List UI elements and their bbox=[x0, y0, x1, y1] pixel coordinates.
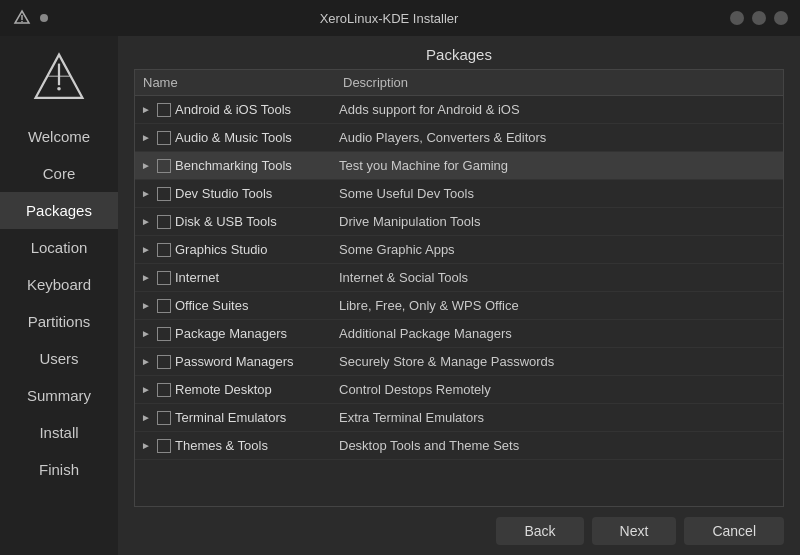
row-name-cell: ► Graphics Studio bbox=[139, 242, 339, 257]
table-row[interactable]: ► Graphics Studio Some Graphic Apps bbox=[135, 236, 783, 264]
svg-point-2 bbox=[21, 21, 23, 23]
row-label: Internet bbox=[175, 270, 219, 285]
titlebar-title: XeroLinux-KDE Installer bbox=[320, 11, 459, 26]
sidebar-item-install[interactable]: Install bbox=[0, 414, 118, 451]
sidebar-item-packages[interactable]: Packages bbox=[0, 192, 118, 229]
row-description: Some Useful Dev Tools bbox=[339, 186, 779, 201]
maximize-button[interactable] bbox=[752, 11, 766, 25]
row-checkbox[interactable] bbox=[157, 355, 171, 369]
row-checkbox[interactable] bbox=[157, 271, 171, 285]
row-checkbox[interactable] bbox=[157, 299, 171, 313]
table-row[interactable]: ► Benchmarking Tools Test you Machine fo… bbox=[135, 152, 783, 180]
row-description: Test you Machine for Gaming bbox=[339, 158, 779, 173]
sidebar-item-keyboard[interactable]: Keyboard bbox=[0, 266, 118, 303]
row-checkbox[interactable] bbox=[157, 243, 171, 257]
sidebar-item-users[interactable]: Users bbox=[0, 340, 118, 377]
row-label: Terminal Emulators bbox=[175, 410, 286, 425]
row-label: Package Managers bbox=[175, 326, 287, 341]
app-icon bbox=[12, 8, 32, 28]
table-row[interactable]: ► Remote Desktop Control Destops Remotel… bbox=[135, 376, 783, 404]
expand-arrow-icon[interactable]: ► bbox=[139, 383, 153, 397]
sidebar-logo bbox=[29, 48, 89, 108]
table-row[interactable]: ► Office Suites Libre, Free, Only & WPS … bbox=[135, 292, 783, 320]
row-label: Dev Studio Tools bbox=[175, 186, 272, 201]
row-description: Extra Terminal Emulators bbox=[339, 410, 779, 425]
row-name-cell: ► Internet bbox=[139, 270, 339, 285]
table-row[interactable]: ► Package Managers Additional Package Ma… bbox=[135, 320, 783, 348]
row-checkbox[interactable] bbox=[157, 131, 171, 145]
row-checkbox[interactable] bbox=[157, 103, 171, 117]
expand-arrow-icon[interactable]: ► bbox=[139, 103, 153, 117]
main-container: Welcome Core Packages Location Keyboard … bbox=[0, 36, 800, 555]
row-checkbox[interactable] bbox=[157, 383, 171, 397]
table-body: ► Android & iOS Tools Adds support for A… bbox=[135, 96, 783, 506]
sidebar: Welcome Core Packages Location Keyboard … bbox=[0, 36, 118, 555]
sidebar-nav: Welcome Core Packages Location Keyboard … bbox=[0, 118, 118, 488]
close-button[interactable] bbox=[774, 11, 788, 25]
titlebar-left bbox=[12, 8, 48, 28]
titlebar: XeroLinux-KDE Installer bbox=[0, 0, 800, 36]
sidebar-item-finish[interactable]: Finish bbox=[0, 451, 118, 488]
sidebar-item-location[interactable]: Location bbox=[0, 229, 118, 266]
row-label: Password Managers bbox=[175, 354, 294, 369]
row-name-cell: ► Password Managers bbox=[139, 354, 339, 369]
table-header: Name Description bbox=[135, 70, 783, 96]
row-description: Internet & Social Tools bbox=[339, 270, 779, 285]
sidebar-item-partitions[interactable]: Partitions bbox=[0, 303, 118, 340]
row-description: Control Destops Remotely bbox=[339, 382, 779, 397]
row-label: Office Suites bbox=[175, 298, 248, 313]
expand-arrow-icon[interactable]: ► bbox=[139, 299, 153, 313]
table-row[interactable]: ► Terminal Emulators Extra Terminal Emul… bbox=[135, 404, 783, 432]
row-label: Graphics Studio bbox=[175, 242, 268, 257]
row-label: Themes & Tools bbox=[175, 438, 268, 453]
row-label: Remote Desktop bbox=[175, 382, 272, 397]
row-name-cell: ► Android & iOS Tools bbox=[139, 102, 339, 117]
row-checkbox[interactable] bbox=[157, 439, 171, 453]
row-name-cell: ► Disk & USB Tools bbox=[139, 214, 339, 229]
col-name: Name bbox=[143, 75, 343, 90]
table-row[interactable]: ► Dev Studio Tools Some Useful Dev Tools bbox=[135, 180, 783, 208]
expand-arrow-icon[interactable]: ► bbox=[139, 215, 153, 229]
expand-arrow-icon[interactable]: ► bbox=[139, 271, 153, 285]
expand-arrow-icon[interactable]: ► bbox=[139, 355, 153, 369]
row-name-cell: ► Terminal Emulators bbox=[139, 410, 339, 425]
cancel-button[interactable]: Cancel bbox=[684, 517, 784, 545]
expand-arrow-icon[interactable]: ► bbox=[139, 411, 153, 425]
table-row[interactable]: ► Disk & USB Tools Drive Manipulation To… bbox=[135, 208, 783, 236]
sidebar-item-summary[interactable]: Summary bbox=[0, 377, 118, 414]
row-name-cell: ► Dev Studio Tools bbox=[139, 186, 339, 201]
col-description: Description bbox=[343, 75, 775, 90]
expand-arrow-icon[interactable]: ► bbox=[139, 159, 153, 173]
sidebar-item-welcome[interactable]: Welcome bbox=[0, 118, 118, 155]
bottom-bar: Back Next Cancel bbox=[118, 507, 800, 555]
next-button[interactable]: Next bbox=[592, 517, 677, 545]
row-description: Adds support for Android & iOS bbox=[339, 102, 779, 117]
minimize-button[interactable] bbox=[730, 11, 744, 25]
row-description: Some Graphic Apps bbox=[339, 242, 779, 257]
row-description: Securely Store & Manage Passwords bbox=[339, 354, 779, 369]
table-row[interactable]: ► Android & iOS Tools Adds support for A… bbox=[135, 96, 783, 124]
expand-arrow-icon[interactable]: ► bbox=[139, 131, 153, 145]
expand-arrow-icon[interactable]: ► bbox=[139, 187, 153, 201]
table-row[interactable]: ► Internet Internet & Social Tools bbox=[135, 264, 783, 292]
table-row[interactable]: ► Audio & Music Tools Audio Players, Con… bbox=[135, 124, 783, 152]
table-row[interactable]: ► Password Managers Securely Store & Man… bbox=[135, 348, 783, 376]
sidebar-item-core[interactable]: Core bbox=[0, 155, 118, 192]
row-checkbox[interactable] bbox=[157, 411, 171, 425]
row-checkbox[interactable] bbox=[157, 187, 171, 201]
table-row[interactable]: ► Themes & Tools Desktop Tools and Theme… bbox=[135, 432, 783, 460]
expand-arrow-icon[interactable]: ► bbox=[139, 243, 153, 257]
row-name-cell: ► Audio & Music Tools bbox=[139, 130, 339, 145]
back-button[interactable]: Back bbox=[496, 517, 583, 545]
row-checkbox[interactable] bbox=[157, 327, 171, 341]
row-name-cell: ► Package Managers bbox=[139, 326, 339, 341]
row-checkbox[interactable] bbox=[157, 215, 171, 229]
row-description: Libre, Free, Only & WPS Office bbox=[339, 298, 779, 313]
row-description: Audio Players, Converters & Editors bbox=[339, 130, 779, 145]
row-name-cell: ► Office Suites bbox=[139, 298, 339, 313]
expand-arrow-icon[interactable]: ► bbox=[139, 327, 153, 341]
row-checkbox[interactable] bbox=[157, 159, 171, 173]
row-label: Benchmarking Tools bbox=[175, 158, 292, 173]
expand-arrow-icon[interactable]: ► bbox=[139, 439, 153, 453]
row-description: Additional Package Managers bbox=[339, 326, 779, 341]
